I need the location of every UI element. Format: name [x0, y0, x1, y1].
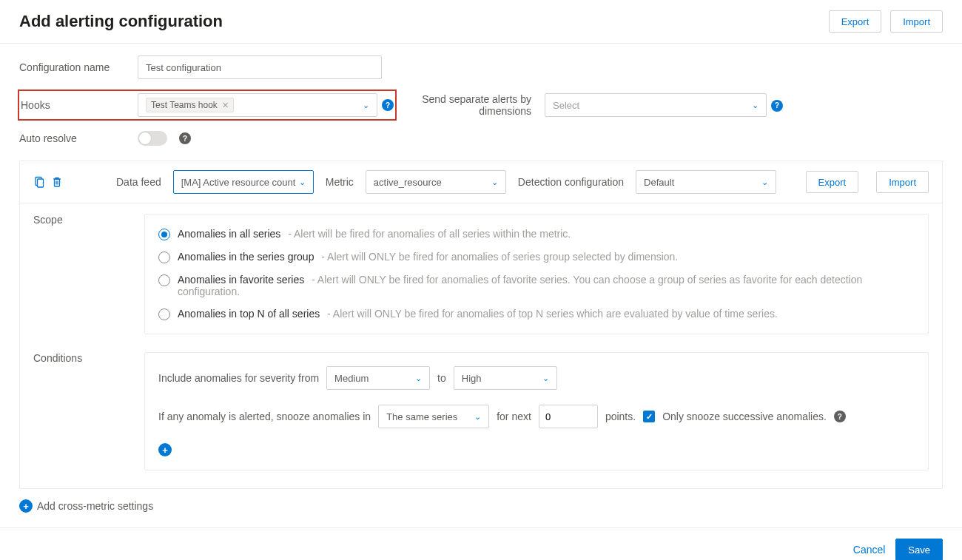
cancel-button[interactable]: Cancel: [849, 543, 890, 556]
severity-to-select[interactable]: High ⌄: [454, 366, 557, 390]
conditions-box: Include anomalies for severity from Medi…: [144, 352, 929, 470]
scope-option[interactable]: Anomalies in favorite series - Alert wil…: [158, 274, 915, 297]
snooze-scope-select[interactable]: The same series ⌄: [378, 405, 489, 428]
chevron-down-icon: ⌄: [761, 178, 768, 187]
separate-alerts-label: Send separate alerts by dimensions: [397, 93, 545, 117]
snooze-scope-value: The same series: [386, 411, 457, 422]
help-icon[interactable]: ?: [834, 411, 846, 422]
metric-label: Metric: [326, 176, 354, 188]
metric-panel: Data feed [MA] Active resource count ⌄ M…: [19, 161, 943, 489]
scope-option-label: Anomalies in favorite series: [178, 274, 304, 286]
scope-option[interactable]: Anomalies in all series - Alert will be …: [158, 228, 915, 240]
detection-label: Detection configuration: [518, 176, 624, 188]
snooze-points-input[interactable]: [539, 405, 598, 428]
severity-from-value: Medium: [334, 373, 369, 384]
scope-option[interactable]: Anomalies in the series group - Alert wi…: [158, 251, 915, 263]
chevron-down-icon: ⌄: [363, 101, 369, 110]
remove-hook-icon[interactable]: ✕: [222, 101, 229, 110]
help-icon[interactable]: ?: [382, 99, 394, 111]
hooks-chip: Test Teams hook ✕: [146, 98, 234, 112]
config-name-label: Configuration name: [19, 61, 138, 73]
scope-option-label: Anomalies in all series: [178, 228, 280, 240]
metric-select[interactable]: active_resource ⌄: [366, 170, 506, 194]
add-cross-metric-button[interactable]: +: [19, 499, 33, 513]
detection-select[interactable]: Default ⌄: [636, 170, 776, 194]
severity-to-value: High: [462, 373, 482, 384]
cross-metric-label: Add cross-metric settings: [37, 500, 153, 512]
separate-alerts-select[interactable]: Select ⌄: [545, 93, 767, 117]
datafeed-label: Data feed: [116, 176, 161, 188]
add-condition-button[interactable]: +: [158, 443, 172, 456]
radio-icon[interactable]: [158, 229, 170, 240]
chevron-down-icon: ⌄: [542, 374, 549, 383]
delete-icon[interactable]: [51, 176, 63, 188]
export-button[interactable]: Export: [829, 10, 882, 33]
scope-option-label: Anomalies in top N of all series: [178, 308, 320, 320]
snooze-successive-checkbox[interactable]: ✓: [643, 411, 655, 422]
header-actions: Export Import: [823, 10, 943, 33]
chevron-down-icon: ⌄: [299, 178, 306, 187]
svg-rect-2: [55, 179, 60, 186]
radio-icon[interactable]: [158, 308, 170, 320]
scope-option-label: Anomalies in the series group: [178, 251, 314, 263]
metric-value: active_resource: [374, 177, 442, 188]
scope-option[interactable]: Anomalies in top N of all series - Alert…: [158, 308, 915, 320]
datafeed-value: [MA] Active resource count: [181, 177, 296, 188]
severity-from-select[interactable]: Medium ⌄: [326, 366, 430, 390]
snooze-prefix: If any anomaly is alerted, snooze anomal…: [158, 411, 371, 422]
scope-title: Scope: [33, 214, 144, 226]
scope-option-desc: - Alert will ONLY be fired for anomalies…: [324, 308, 778, 320]
chevron-down-icon: ⌄: [491, 178, 498, 187]
autoresolve-toggle[interactable]: [138, 131, 167, 146]
scope-box: Anomalies in all series - Alert will be …: [144, 214, 929, 334]
copy-icon[interactable]: [33, 176, 45, 188]
save-button[interactable]: Save: [895, 539, 943, 560]
chevron-down-icon: ⌄: [752, 101, 758, 110]
snooze-for: for next: [497, 411, 531, 422]
config-name-input[interactable]: [138, 55, 382, 79]
panel-export-button[interactable]: Export: [806, 171, 859, 193]
help-icon[interactable]: ?: [771, 100, 783, 112]
panel-import-button[interactable]: Import: [876, 171, 929, 193]
svg-rect-1: [38, 179, 44, 187]
detection-value: Default: [644, 177, 674, 188]
severity-to-word: to: [437, 372, 446, 384]
conditions-title: Conditions: [33, 352, 144, 364]
snooze-successive-label: Only snooze successive anomalies.: [662, 411, 827, 422]
severity-prefix: Include anomalies for severity from: [158, 372, 319, 384]
radio-icon[interactable]: [158, 252, 170, 263]
page-title: Add alerting configuration: [19, 12, 223, 31]
scope-option-desc: - Alert will ONLY be fired for anomalies…: [318, 251, 678, 263]
scope-option-desc: - Alert will be fired for anomalies of a…: [285, 228, 571, 240]
chevron-down-icon: ⌄: [474, 412, 481, 422]
import-button[interactable]: Import: [890, 10, 943, 33]
help-icon[interactable]: ?: [179, 132, 191, 144]
snooze-points-label: points.: [605, 411, 636, 422]
datafeed-select[interactable]: [MA] Active resource count ⌄: [173, 170, 314, 194]
radio-icon[interactable]: [158, 274, 170, 286]
hooks-label: Hooks: [21, 99, 138, 111]
hooks-select[interactable]: Test Teams hook ✕ ⌄: [138, 93, 377, 117]
chevron-down-icon: ⌄: [415, 374, 422, 383]
hooks-chip-label: Test Teams hook: [151, 100, 218, 110]
autoresolve-label: Auto resolve: [19, 132, 138, 144]
separate-alerts-placeholder: Select: [553, 100, 579, 111]
